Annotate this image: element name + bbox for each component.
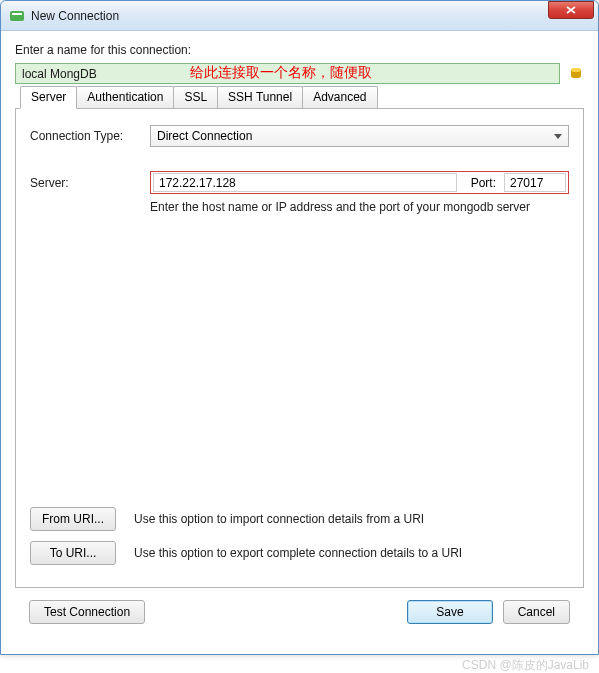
- cancel-button[interactable]: Cancel: [503, 600, 570, 624]
- from-uri-row: From URI... Use this option to import co…: [30, 507, 569, 531]
- connection-type-value: Direct Connection: [157, 129, 252, 143]
- test-connection-button[interactable]: Test Connection: [29, 600, 145, 624]
- port-label: Port:: [457, 176, 504, 190]
- save-button[interactable]: Save: [407, 600, 492, 624]
- connection-name-row: 给此连接取一个名称，随便取: [15, 63, 584, 84]
- server-label: Server:: [30, 176, 150, 190]
- connection-type-select[interactable]: Direct Connection: [150, 125, 569, 147]
- to-uri-button[interactable]: To URI...: [30, 541, 116, 565]
- watermark: CSDN @陈皮的JavaLib: [0, 655, 599, 673]
- connection-type-row: Connection Type: Direct Connection: [30, 125, 569, 147]
- form-spacer: [30, 214, 569, 503]
- app-icon: [9, 8, 25, 24]
- close-button[interactable]: [548, 1, 594, 19]
- svg-rect-1: [12, 13, 22, 15]
- titlebar[interactable]: New Connection: [1, 1, 598, 31]
- dialog-footer: Test Connection Save Cancel: [15, 588, 584, 636]
- connection-name-input[interactable]: [15, 63, 560, 84]
- from-uri-hint: Use this option to import connection det…: [134, 512, 424, 526]
- server-form: Connection Type: Direct Connection Serve…: [30, 125, 569, 214]
- server-hint: Enter the host name or IP address and th…: [150, 200, 569, 214]
- port-input[interactable]: [504, 173, 566, 192]
- tab-advanced[interactable]: Advanced: [302, 86, 377, 108]
- from-uri-button[interactable]: From URI...: [30, 507, 116, 531]
- svg-point-3: [571, 68, 581, 72]
- tab-server[interactable]: Server: [20, 86, 77, 109]
- tab-strip: Server Authentication SSL SSH Tunnel Adv…: [20, 86, 377, 108]
- to-uri-row: To URI... Use this option to export comp…: [30, 541, 569, 565]
- to-uri-hint: Use this option to export complete conne…: [134, 546, 462, 560]
- uri-section: From URI... Use this option to import co…: [30, 503, 569, 575]
- tab-ssl[interactable]: SSL: [173, 86, 218, 108]
- tab-container: Server Authentication SSL SSH Tunnel Adv…: [15, 108, 584, 588]
- database-icon: [568, 66, 584, 82]
- connection-name-label: Enter a name for this connection:: [15, 43, 584, 57]
- server-input[interactable]: [153, 173, 457, 192]
- connection-type-label: Connection Type:: [30, 129, 150, 143]
- tab-ssh-tunnel[interactable]: SSH Tunnel: [217, 86, 303, 108]
- server-row: Server: Port:: [30, 171, 569, 194]
- svg-rect-0: [10, 11, 24, 21]
- dialog-content: Enter a name for this connection: 给此连接取一…: [1, 31, 598, 646]
- window-title: New Connection: [31, 9, 548, 23]
- tab-authentication[interactable]: Authentication: [76, 86, 174, 108]
- tab-body: Connection Type: Direct Connection Serve…: [16, 109, 583, 587]
- dialog-window: New Connection Enter a name for this con…: [0, 0, 599, 655]
- server-highlight-box: Port:: [150, 171, 569, 194]
